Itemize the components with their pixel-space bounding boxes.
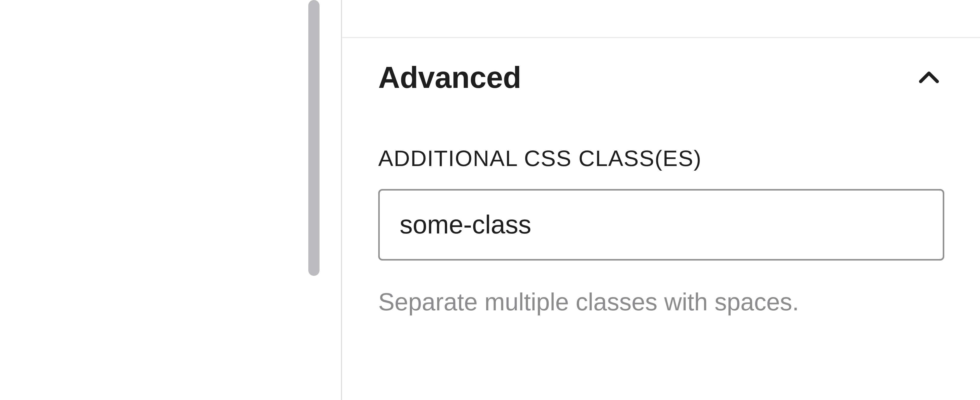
stage: Advanced ADDITIONAL CSS CLASS(ES) Separa… <box>0 0 980 400</box>
additional-css-label: ADDITIONAL CSS CLASS(ES) <box>378 145 944 171</box>
additional-css-help: Separate multiple classes with spaces. <box>378 286 944 318</box>
advanced-panel-toggle[interactable]: Advanced <box>378 61 944 94</box>
additional-css-field: ADDITIONAL CSS CLASS(ES) Separate multip… <box>378 145 944 318</box>
additional-css-input[interactable] <box>378 189 944 261</box>
scrollbar-track[interactable] <box>299 0 342 400</box>
chevron-up-icon <box>914 62 944 93</box>
scrollbar-thumb[interactable] <box>308 0 320 276</box>
advanced-panel: Advanced ADDITIONAL CSS CLASS(ES) Separa… <box>342 38 980 359</box>
advanced-panel-title: Advanced <box>378 61 521 94</box>
